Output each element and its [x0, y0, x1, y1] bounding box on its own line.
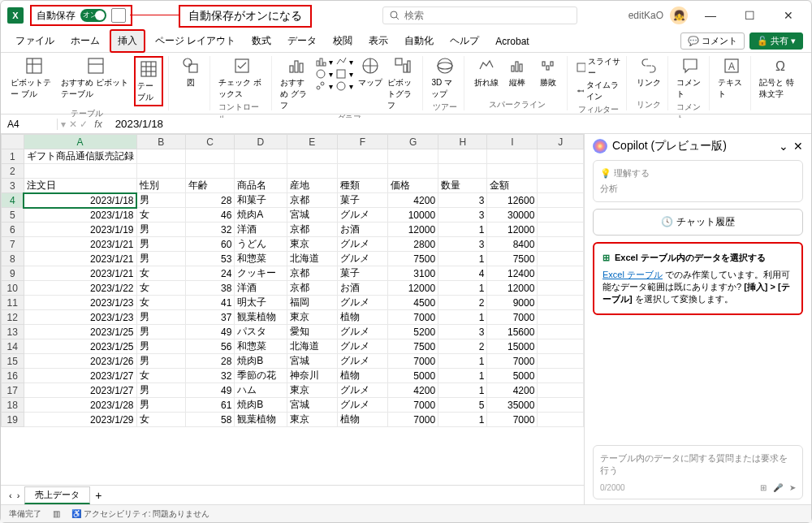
cell[interactable]: 宮城 [287, 208, 337, 223]
cell[interactable]: 5200 [388, 325, 438, 339]
cell[interactable]: 8400 [487, 237, 538, 252]
cell[interactable]: 12000 [487, 281, 538, 296]
cell[interactable]: 女 [136, 369, 185, 383]
shapes-button[interactable]: 図 [177, 56, 205, 89]
tab-home[interactable]: ホーム [64, 31, 106, 51]
cell[interactable]: 1 [438, 281, 487, 296]
pivot-table-button[interactable]: ピボットテー ブル [11, 56, 58, 100]
cell[interactable] [538, 325, 584, 339]
cell[interactable]: 金額 [487, 179, 538, 193]
cell[interactable] [438, 149, 487, 164]
cell[interactable]: 2023/1/18 [24, 208, 136, 223]
cell[interactable]: 北海道 [287, 252, 337, 266]
cell[interactable]: 2023/1/22 [24, 281, 136, 296]
cell[interactable] [538, 164, 584, 179]
cell[interactable] [538, 310, 584, 325]
cell[interactable] [538, 413, 584, 427]
cell[interactable]: うどん [235, 237, 287, 252]
row-header[interactable]: 5 [2, 208, 24, 223]
cell[interactable]: グルメ [337, 296, 387, 310]
column-header[interactable]: G [388, 135, 438, 149]
cell[interactable]: 53 [185, 252, 234, 266]
column-header[interactable]: B [136, 135, 185, 149]
cell[interactable]: 植物 [337, 369, 387, 383]
cell[interactable]: 5 [438, 398, 487, 413]
cell[interactable]: クッキー [235, 266, 287, 281]
cell[interactable]: 植物 [337, 310, 387, 325]
cell[interactable]: 12000 [487, 223, 538, 237]
cell[interactable]: グルメ [337, 398, 387, 413]
cell[interactable] [538, 296, 584, 310]
cell[interactable]: 観葉植物 [235, 413, 287, 427]
cell[interactable]: 5000 [487, 369, 538, 383]
sheet-nav-next[interactable]: › [17, 491, 20, 500]
cell[interactable]: 男 [136, 398, 185, 413]
cell[interactable]: 宮城 [287, 398, 337, 413]
cell[interactable]: 7000 [388, 413, 438, 427]
cell[interactable] [538, 398, 584, 413]
row-header[interactable]: 3 [2, 179, 24, 193]
cell[interactable]: 観葉植物 [235, 310, 287, 325]
save-icon[interactable] [111, 8, 126, 23]
maximize-button[interactable]: ☐ [733, 3, 766, 28]
cell[interactable]: 38 [185, 281, 234, 296]
cell[interactable]: グルメ [337, 237, 387, 252]
cell[interactable]: 京都 [287, 266, 337, 281]
cell[interactable]: 24 [185, 266, 234, 281]
cell[interactable] [287, 149, 337, 164]
cell[interactable]: 12600 [487, 193, 538, 208]
cell[interactable]: 男 [136, 223, 185, 237]
row-header[interactable]: 4 [2, 193, 24, 208]
cell[interactable] [438, 164, 487, 179]
cell[interactable]: 2023/1/25 [24, 325, 136, 339]
tab-data[interactable]: データ [281, 31, 323, 51]
cell[interactable]: 2023/1/23 [24, 310, 136, 325]
cell[interactable]: 2023/1/28 [24, 398, 136, 413]
copilot-grid-icon[interactable]: ⊞ [760, 483, 767, 492]
cell[interactable]: 産地 [287, 179, 337, 193]
cell[interactable] [538, 369, 584, 383]
column-header[interactable]: I [487, 135, 538, 149]
column-header[interactable]: F [337, 135, 387, 149]
cell[interactable] [538, 354, 584, 369]
cell[interactable]: グルメ [337, 354, 387, 369]
cell[interactable]: 7000 [487, 413, 538, 427]
fx-icon[interactable]: fx [88, 119, 108, 130]
sparkline-column[interactable]: 縦棒 [503, 56, 531, 89]
cell[interactable]: 5000 [388, 369, 438, 383]
tab-help[interactable]: ヘルプ [443, 31, 486, 51]
column-header[interactable]: C [185, 135, 234, 149]
cell[interactable]: 宮城 [287, 354, 337, 369]
cell[interactable]: パスタ [235, 325, 287, 339]
share-button[interactable]: 🔓 共有 ▾ [749, 32, 803, 50]
cell[interactable]: 12400 [487, 266, 538, 281]
tab-file[interactable]: ファイル [9, 31, 61, 51]
cell[interactable] [538, 223, 584, 237]
comment-button[interactable]: コメント [676, 56, 704, 100]
cell[interactable]: 種類 [337, 179, 387, 193]
row-header[interactable]: 18 [2, 398, 24, 413]
cell[interactable]: 愛知 [287, 325, 337, 339]
cell[interactable]: 女 [136, 413, 185, 427]
chart-types[interactable]: ▾ ▾ ▾ ▾ ▾ ▾ [315, 56, 353, 92]
cell[interactable] [538, 149, 584, 164]
column-header[interactable]: A [24, 135, 136, 149]
copilot-close-icon[interactable]: ✕ [793, 140, 803, 153]
cell[interactable]: 菓子 [337, 193, 387, 208]
column-header[interactable]: H [438, 135, 487, 149]
cell[interactable]: 男 [136, 354, 185, 369]
cell[interactable]: ハム [235, 383, 287, 398]
cell[interactable] [538, 281, 584, 296]
formula-input[interactable] [109, 118, 811, 130]
checkbox-button[interactable]: チェック ボックス [218, 56, 266, 100]
cell[interactable] [538, 252, 584, 266]
row-header[interactable]: 15 [2, 354, 24, 369]
cell[interactable]: 37 [185, 310, 234, 325]
cell[interactable] [538, 383, 584, 398]
tab-acrobat[interactable]: Acrobat [489, 32, 535, 50]
status-accessibility[interactable]: ♿ アクセシビリティ: 問題ありません [71, 508, 209, 520]
cell[interactable]: 明太子 [235, 296, 287, 310]
cell[interactable] [185, 149, 234, 164]
cell[interactable]: 12000 [388, 223, 438, 237]
add-sheet-button[interactable]: + [95, 489, 102, 502]
